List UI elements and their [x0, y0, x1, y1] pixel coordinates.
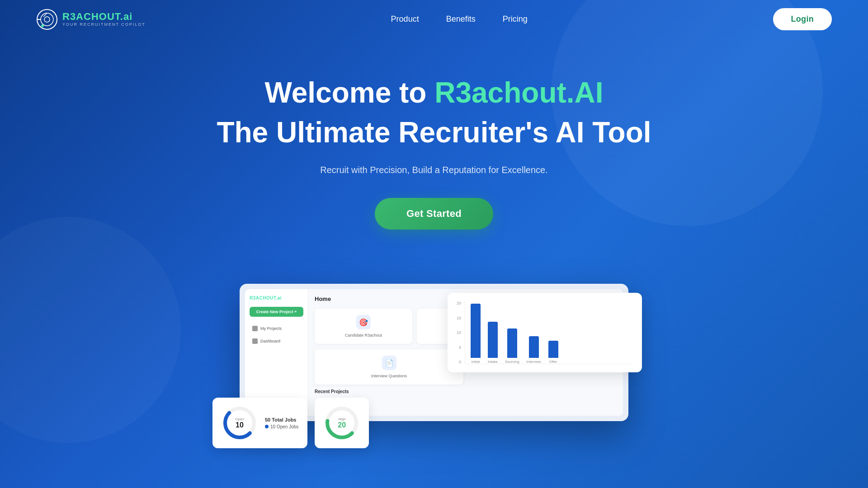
interview-icon: 📄	[382, 356, 396, 370]
open-count: 10	[235, 421, 244, 429]
bar-intake-bar	[488, 322, 498, 358]
high-label: High	[338, 417, 346, 421]
chart-bars: Initial Intake Sourcing Interview Offer	[465, 301, 633, 364]
create-project-button[interactable]: Create New Project +	[250, 307, 303, 317]
donut-chart-high: High 20	[324, 405, 360, 441]
card-label-3: Interview Questions	[319, 374, 459, 378]
logo[interactable]: R3ACHOUT.ai YOUR RECRUITMENT COPILOT	[36, 9, 146, 30]
recent-projects-title: Recent Projects	[315, 389, 617, 394]
bottom-stat-cards: Open 10 50 Total Jobs 10 Open Jobs	[212, 398, 369, 448]
card-candidate-r3achout[interactable]: 🎯 Candidate R3achout	[315, 309, 412, 344]
chart-panel: 20 15 10 5 0 Initial Intake Sourcing	[448, 293, 642, 372]
bar-offer-bar	[548, 341, 558, 358]
dashboard-icon	[252, 338, 258, 344]
dash-logo: R3ACHOUT.ai	[250, 296, 303, 300]
nav-links: Product Benefits Pricing	[391, 14, 528, 24]
sidebar-item-dashboard[interactable]: Dashboard	[250, 336, 303, 347]
high-count: 20	[338, 421, 346, 429]
logo-tagline: YOUR RECRUITMENT COPILOT	[62, 23, 146, 27]
hero-description: Recruit with Precision, Build a Reputati…	[9, 165, 859, 175]
logo-r3achout: R3ACHOUT	[62, 11, 120, 22]
card-interview-questions[interactable]: 📄 Interview Questions	[315, 349, 463, 385]
dashboard-sidebar: R3ACHOUT.ai Create New Project + My Proj…	[245, 289, 308, 416]
bar-initial-bar	[471, 304, 481, 358]
hero-section: Welcome to R3achout.AI The Ultimate Recr…	[0, 38, 868, 257]
hero-title: Welcome to R3achout.AI	[9, 75, 859, 111]
bar-sourcing-bar	[507, 328, 517, 358]
logo-text: R3ACHOUT.ai YOUR RECRUITMENT COPILOT	[62, 12, 146, 27]
logo-icon	[36, 9, 58, 30]
sidebar-item-projects[interactable]: My Projects	[250, 323, 303, 334]
candidate-r3achout-icon: 🎯	[356, 315, 371, 329]
projects-icon	[252, 326, 258, 331]
hero-subtitle: The Ultimate Recruiter's AI Tool	[9, 114, 859, 150]
svg-point-4	[41, 24, 44, 27]
nav-pricing[interactable]: Pricing	[503, 14, 528, 24]
bar-intake: Intake	[488, 322, 498, 364]
chart-area: 20 15 10 5 0 Initial Intake Sourcing	[457, 301, 633, 364]
bar-sourcing: Sourcing	[505, 328, 519, 364]
dashboard-preview: R3ACHOUT.ai Create New Project + My Proj…	[240, 284, 628, 421]
stat-card-open: Open 10 50 Total Jobs 10 Open Jobs	[212, 398, 307, 448]
bar-interview-bar	[529, 336, 539, 358]
login-button[interactable]: Login	[773, 8, 832, 30]
get-started-button[interactable]: Get Started	[375, 198, 493, 230]
bar-interview: Interview	[527, 336, 541, 364]
card-label-0: Candidate R3achout	[319, 333, 408, 338]
stat-card-high: High 20	[315, 398, 369, 448]
svg-point-1	[41, 13, 53, 26]
open-jobs-row: 10 Open Jobs	[265, 424, 298, 429]
stat-info: 50 Total Jobs 10 Open Jobs	[265, 417, 298, 429]
svg-point-2	[44, 17, 50, 22]
hero-brand-name: R3achout.AI	[434, 76, 603, 109]
chart-y-axis: 20 15 10 5 0	[457, 301, 465, 364]
nav-product[interactable]: Product	[391, 14, 419, 24]
open-jobs-label: 10 Open Jobs	[270, 424, 298, 429]
hero-title-part1: Welcome to	[264, 76, 434, 109]
bar-initial: Initial	[471, 304, 481, 364]
bar-offer: Offer	[548, 341, 558, 364]
open-dot	[265, 425, 269, 428]
total-jobs: 50 Total Jobs	[265, 417, 298, 422]
nav-benefits[interactable]: Benefits	[446, 14, 476, 24]
donut-chart: Open 10	[222, 405, 258, 441]
open-label: Open	[235, 417, 244, 421]
logo-name: R3ACHOUT.ai	[62, 12, 146, 22]
navbar: R3ACHOUT.ai YOUR RECRUITMENT COPILOT Pro…	[0, 0, 868, 38]
